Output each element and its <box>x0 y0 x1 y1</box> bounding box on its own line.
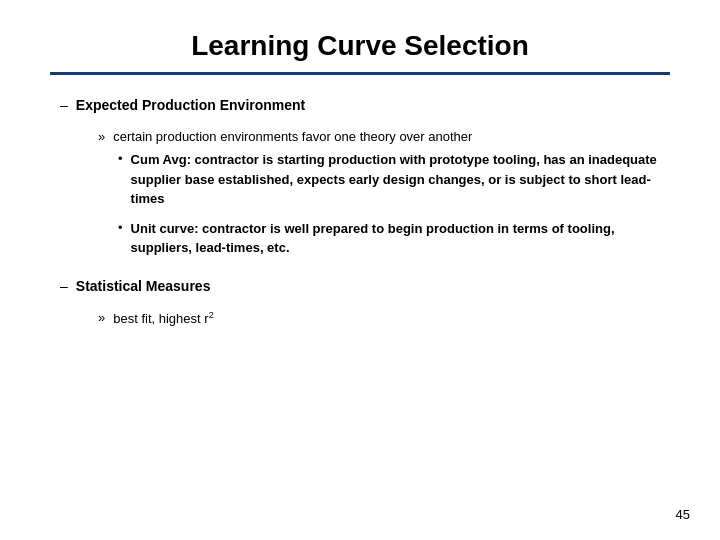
section-expected-production: – Expected Production Environment » cert… <box>60 97 670 258</box>
sub-bullet-2: » best fit, highest r2 <box>98 310 670 326</box>
sub-bullet-1-text: certain production environments favor on… <box>113 129 472 144</box>
sub-marker-2: » <box>98 310 105 325</box>
dash-1: – <box>60 97 68 113</box>
sub-level-1: » certain production environments favor … <box>60 129 670 258</box>
superscript-2: 2 <box>209 310 214 320</box>
main-bullet-1-text: Expected Production Environment <box>76 97 305 113</box>
slide-title: Learning Curve Selection <box>50 30 670 62</box>
main-bullet-2-text: Statistical Measures <box>76 278 211 294</box>
slide-container: Learning Curve Selection – Expected Prod… <box>0 0 720 540</box>
bullet-unit-curve: • Unit curve: contractor is well prepare… <box>118 219 670 258</box>
bullet-cum-avg-text: Cum Avg: contractor is starting producti… <box>131 150 670 209</box>
sub-level-2: » best fit, highest r2 <box>60 310 670 326</box>
sub-marker-1: » <box>98 129 105 144</box>
section-statistical-measures: – Statistical Measures » best fit, highe… <box>60 278 670 326</box>
title-underline <box>50 72 670 75</box>
sub-bullet-1: » certain production environments favor … <box>98 129 670 144</box>
main-bullet-1: – Expected Production Environment <box>60 97 670 113</box>
bullet-unit-curve-text: Unit curve: contractor is well prepared … <box>131 219 670 258</box>
sub-sub-level-1: • Cum Avg: contractor is starting produc… <box>98 150 670 258</box>
page-number: 45 <box>676 507 690 522</box>
bullet-cum-avg: • Cum Avg: contractor is starting produc… <box>118 150 670 209</box>
bullet-dot-2: • <box>118 220 123 235</box>
bullet-dot-1: • <box>118 151 123 166</box>
dash-2: – <box>60 278 68 294</box>
sub-bullet-2-text: best fit, highest r2 <box>113 310 213 326</box>
main-bullet-2: – Statistical Measures <box>60 278 670 294</box>
slide-content: – Expected Production Environment » cert… <box>50 97 670 326</box>
